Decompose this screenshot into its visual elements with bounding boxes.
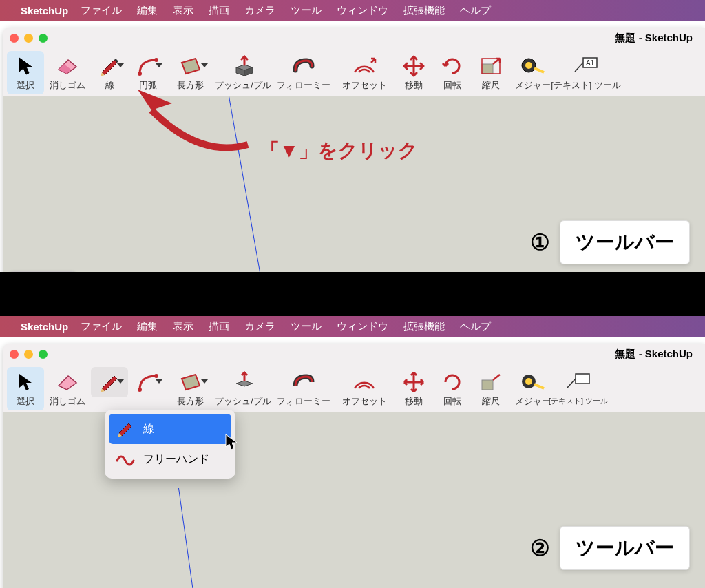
tool-followme[interactable]: フォローミー (274, 367, 333, 410)
menu-edit[interactable]: 編集 (137, 320, 158, 333)
tool-line[interactable] (91, 367, 128, 397)
menu-help[interactable]: ヘルプ (460, 320, 491, 333)
menu-help[interactable]: ヘルプ (460, 4, 491, 17)
menu-file[interactable]: ファイル (81, 320, 122, 333)
svg-point-5 (525, 62, 532, 69)
dropdown-item-label: フリーハンド (143, 452, 209, 467)
tool-label: 選択 (17, 396, 34, 408)
menu-window[interactable]: ウィンドウ (337, 4, 388, 17)
chevron-down-icon[interactable] (117, 379, 124, 384)
tool-line[interactable]: 線 (91, 51, 128, 94)
menu-draw[interactable]: 描画 (209, 4, 229, 17)
screenshot-panel-1: SketchUp ファイル 編集 表示 描画 カメラ ツール ウィンドウ 拡張機… (0, 0, 705, 272)
tool-rotate[interactable]: 回転 (434, 51, 471, 94)
pencil-icon (116, 421, 134, 437)
menu-view[interactable]: 表示 (173, 320, 193, 333)
tool-eraser[interactable]: 消しゴム (45, 51, 90, 94)
annotation-click-hint: 「▼」をクリック (260, 138, 418, 164)
menu-window[interactable]: ウィンドウ (337, 320, 388, 333)
tool-offset[interactable]: オフセット (335, 367, 394, 410)
tool-scale[interactable]: 縮尺 (472, 367, 509, 410)
tool-label: 選択 (17, 80, 34, 92)
menu-tools[interactable]: ツール (291, 4, 322, 17)
app-name[interactable]: SketchUp (21, 5, 68, 17)
tool-tape[interactable]: メジャー (511, 51, 555, 94)
mouse-cursor-icon (224, 433, 238, 451)
tool-eraser[interactable]: 消しゴム (45, 367, 90, 410)
text-tool-icon (566, 372, 591, 392)
chevron-down-icon[interactable] (117, 63, 124, 67)
tool-label: 回転 (443, 80, 461, 92)
line-tool-dropdown: 線 フリーハンド (105, 410, 235, 479)
rectangle-icon (178, 56, 202, 76)
tool-select[interactable]: 選択 (7, 367, 44, 410)
panel-divider (0, 272, 705, 316)
mac-menubar: SketchUp ファイル 編集 表示 描画 カメラ ツール ウィンドウ 拡張機… (0, 0, 705, 21)
chevron-down-icon[interactable] (201, 379, 208, 384)
move-icon (403, 371, 425, 393)
mac-menubar: SketchUp ファイル 編集 表示 描画 カメラ ツール ウィンドウ 拡張機… (0, 316, 705, 337)
window-minimize-button[interactable] (24, 34, 33, 43)
menu-draw[interactable]: 描画 (209, 320, 229, 333)
text-tool-icon: A1 (574, 56, 598, 76)
tool-label: フォローミー (277, 80, 330, 92)
window-close-button[interactable] (10, 34, 19, 43)
tool-label: プッシュ/プル (215, 396, 271, 408)
cursor-icon (18, 56, 33, 76)
menu-camera[interactable]: カメラ (244, 320, 275, 333)
tool-scale[interactable]: 縮尺 (472, 51, 509, 94)
tool-move[interactable]: 移動 (395, 51, 432, 94)
window-traffic-lights (10, 34, 48, 43)
svg-point-12 (525, 378, 532, 385)
svg-point-0 (138, 72, 142, 76)
svg-rect-2 (482, 64, 493, 74)
tool-arc[interactable] (129, 367, 167, 397)
tool-rectangle[interactable]: 長方形 (168, 367, 212, 410)
step-label: ツールバー (560, 526, 690, 570)
offset-icon (352, 372, 377, 392)
window-close-button[interactable] (10, 350, 19, 359)
tool-move[interactable]: 移動 (395, 367, 432, 410)
app-name[interactable]: SketchUp (21, 321, 68, 333)
tool-label: オフセット (342, 80, 387, 92)
tool-label: [テキスト] ツール (551, 80, 620, 92)
dropdown-item-line[interactable]: 線 (109, 414, 231, 444)
tool-label: フォローミー (277, 396, 330, 408)
chevron-down-icon[interactable] (156, 63, 162, 67)
step-label: ツールバー (560, 220, 690, 264)
menu-view[interactable]: 表示 (173, 4, 193, 17)
dropdown-item-freehand[interactable]: フリーハンド (109, 444, 231, 474)
tool-offset[interactable]: オフセット (335, 51, 394, 94)
tool-text[interactable]: [テキスト] ツール (556, 367, 600, 409)
chevron-down-icon[interactable] (201, 63, 208, 67)
move-icon (403, 55, 425, 77)
tool-label: 移動 (405, 396, 423, 408)
menu-tools[interactable]: ツール (291, 320, 322, 333)
menu-edit[interactable]: 編集 (137, 4, 158, 17)
pushpull-icon (231, 55, 255, 77)
tool-text[interactable]: A1 [テキスト] ツール (556, 51, 615, 94)
menu-ext[interactable]: 拡張機能 (403, 4, 445, 17)
step-number: ① (530, 229, 550, 255)
window-zoom-button[interactable] (39, 34, 48, 43)
menu-file[interactable]: ファイル (81, 4, 122, 17)
tape-measure-icon (520, 372, 545, 392)
window-zoom-button[interactable] (39, 350, 48, 359)
chevron-down-icon[interactable] (156, 379, 162, 384)
tool-select[interactable]: 選択 (7, 51, 44, 94)
scale-icon (479, 56, 503, 76)
tool-rotate[interactable]: 回転 (434, 367, 471, 410)
window-minimize-button[interactable] (24, 350, 33, 359)
tool-label: 回転 (443, 396, 461, 408)
window-titlebar: 無題 - SketchUp (3, 28, 705, 48)
step-2-badge: ② ツールバー (530, 526, 690, 570)
document-title: 無題 - SketchUp (615, 32, 698, 45)
tool-pushpull[interactable]: プッシュ/プル (213, 367, 273, 410)
window-titlebar: 無題 - SketchUp (3, 344, 705, 364)
tool-label: メジャー (515, 80, 551, 92)
tool-followme[interactable]: フォローミー (274, 51, 333, 94)
axis-line (178, 488, 198, 588)
menu-ext[interactable]: 拡張機能 (403, 320, 445, 333)
floating-palette[interactable] (8, 271, 77, 272)
menu-camera[interactable]: カメラ (244, 4, 275, 17)
